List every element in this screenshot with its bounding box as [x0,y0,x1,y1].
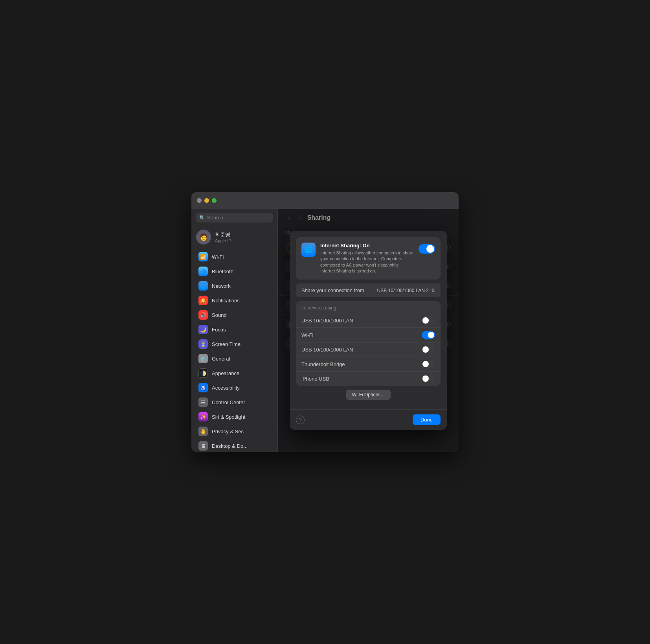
appearance-icon: 🌓 [198,368,208,378]
sidebar-item-label-notifications: Notifications [212,298,240,304]
list-item: USB 10/100/1000 LAN [296,313,441,328]
user-info: 최준영 Apple ID [215,231,231,243]
internet-sharing-modal: 🌐 Internet Sharing: On Internet Sharing … [290,231,447,430]
sidebar-item-privacy[interactable]: 🤚 Privacy & Sec [194,424,275,438]
bluetooth-icon: 🔷 [198,267,208,276]
sidebar-item-label-appearance: Appearance [212,370,239,376]
sidebar-item-label-controlcenter: Control Center [212,399,245,405]
sidebar-item-screentime[interactable]: ⏳ Screen Time [194,337,275,351]
device-name-usb-lan-2: USB 10/100/1000 LAN [301,347,353,353]
notifications-icon: 🔔 [198,296,208,305]
devices-section: To devices using USB 10/100/1000 LAN Wi-… [296,301,441,386]
sidebar-item-network[interactable]: 🌐 Network [194,279,275,293]
sidebar-item-sound[interactable]: 🔊 Sound [194,308,275,322]
device-toggle-wifi[interactable] [422,331,435,339]
connection-from-select[interactable]: USB 10/100/1000 LAN 2 ⇅ [377,288,435,293]
privacy-icon: 🤚 [198,427,208,436]
search-box: 🔍 [196,213,273,223]
device-name-iphone-usb: iPhone USB [301,376,329,382]
sidebar-item-label-desktop: Desktop & Do... [212,443,248,449]
devices-title: To devices using [296,301,441,313]
modal-overlay: 🌐 Internet Sharing: On Internet Sharing … [278,209,459,452]
user-name: 최준영 [215,231,231,238]
minimize-button[interactable] [204,198,209,203]
device-name-thunderbolt: Thunderbolt Bridge [301,361,345,367]
desktop-icon: 🖥 [198,441,208,451]
search-input[interactable] [207,215,270,221]
network-icon: 🌐 [198,281,208,291]
sidebar-item-wifi[interactable]: 📶 Wi-Fi [194,250,275,264]
accessibility-icon: ♿ [198,383,208,392]
internet-sharing-title: Internet Sharing: On [320,243,414,248]
sidebar-item-label-accessibility: Accessibility [212,385,240,391]
internet-sharing-text: Internet Sharing: On Internet Sharing al… [320,243,414,274]
sidebar-item-label-network: Network [212,283,231,289]
content-area: ‹ › Sharing Content & Media 🗂 File Shari… [278,209,459,452]
sidebar-item-label-privacy: Privacy & Sec [212,429,244,434]
list-item: Thunderbolt Bridge [296,357,441,371]
user-subtitle: Apple ID [215,238,231,243]
controlcenter-icon: ☰ [198,397,208,407]
connection-from-value: USB 10/100/1000 LAN 2 [377,288,429,293]
title-bar [191,192,459,209]
sidebar: 🔍 🧑 최준영 Apple ID 📶 Wi-Fi [191,209,278,452]
select-arrows-icon: ⇅ [431,288,435,293]
device-name-wifi: Wi-Fi [301,332,313,338]
device-toggle-usb-lan-1[interactable] [422,316,435,324]
sidebar-item-desktop[interactable]: 🖥 Desktop & Do... [194,439,275,452]
avatar: 🧑 [196,230,211,245]
internet-sharing-header: 🌐 Internet Sharing: On Internet Sharing … [296,237,441,280]
wifi-icon: 📶 [198,252,208,261]
sidebar-section: 📶 Wi-Fi 🔷 Bluetooth 🌐 Network 🔔 Notifica… [191,248,277,452]
sidebar-item-siri[interactable]: ✨ Siri & Spotlight [194,410,275,424]
sidebar-item-label-wifi: Wi-Fi [212,254,224,260]
sidebar-item-bluetooth[interactable]: 🔷 Bluetooth [194,264,275,278]
sound-icon: 🔊 [198,310,208,320]
maximize-button[interactable] [212,198,217,203]
user-profile[interactable]: 🧑 최준영 Apple ID [191,226,277,248]
internet-sharing-description: Internet Sharing allows other computers … [320,250,414,274]
sidebar-item-label-sound: Sound [212,312,227,318]
search-container: 🔍 [191,209,277,226]
main-window: 🔍 🧑 최준영 Apple ID 📶 Wi-Fi [191,192,459,452]
connection-from-row: Share your connection from USB 10/100/10… [296,283,441,297]
sidebar-item-label-siri: Siri & Spotlight [212,414,245,420]
done-button[interactable]: Done [413,414,441,425]
general-icon: ⚙️ [198,354,208,363]
sidebar-item-controlcenter[interactable]: ☰ Control Center [194,395,275,409]
list-item: iPhone USB [296,371,441,386]
help-button[interactable]: ? [296,416,305,424]
device-name-usb-lan-1: USB 10/100/1000 LAN [301,318,353,324]
siri-icon: ✨ [198,412,208,421]
sidebar-item-label-screentime: Screen Time [212,341,241,347]
list-item: Wi-Fi [296,328,441,342]
sidebar-item-label-general: General [212,356,230,362]
sidebar-item-appearance[interactable]: 🌓 Appearance [194,366,275,380]
close-button[interactable] [197,198,202,203]
sidebar-item-label-bluetooth: Bluetooth [212,269,233,274]
screentime-icon: ⏳ [198,339,208,349]
focus-icon: 🌙 [198,325,208,334]
connection-from-label: Share your connection from [301,287,364,293]
modal-footer: ? Done [290,409,447,430]
device-toggle-thunderbolt[interactable] [422,360,435,368]
device-toggle-usb-lan-2[interactable] [422,346,435,353]
sidebar-item-label-focus: Focus [212,327,226,333]
wifi-options-button[interactable]: Wi-Fi Options... [346,390,391,400]
sidebar-item-general[interactable]: ⚙️ General [194,351,275,366]
sidebar-item-focus[interactable]: 🌙 Focus [194,322,275,337]
main-layout: 🔍 🧑 최준영 Apple ID 📶 Wi-Fi [191,209,459,452]
traffic-lights [197,198,217,203]
list-item: USB 10/100/1000 LAN [296,342,441,357]
modal-top: 🌐 Internet Sharing: On Internet Sharing … [290,231,447,410]
sidebar-item-notifications[interactable]: 🔔 Notifications [194,293,275,307]
search-icon: 🔍 [199,215,205,221]
sidebar-item-accessibility[interactable]: ♿ Accessibility [194,381,275,395]
internet-sharing-icon: 🌐 [301,243,316,257]
device-toggle-iphone-usb[interactable] [422,375,435,383]
internet-sharing-toggle[interactable] [419,244,435,254]
